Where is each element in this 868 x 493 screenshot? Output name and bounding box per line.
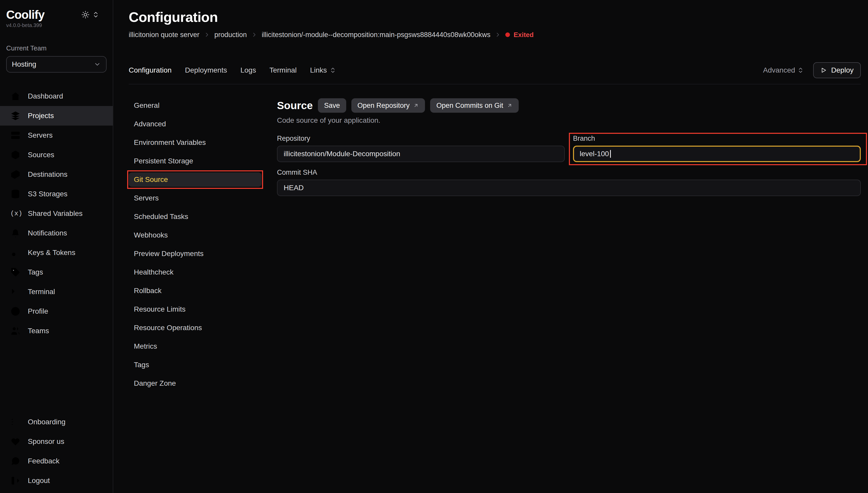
commit-sha-input[interactable] <box>277 179 861 196</box>
tab-configuration[interactable]: Configuration <box>129 66 172 74</box>
advanced-menu[interactable]: Advanced <box>763 66 804 74</box>
git-source-panel: Source Save Open Repository Open Commits… <box>277 98 861 395</box>
sidebar-item-label: Onboarding <box>28 418 65 426</box>
sidebar-footer-nav: Onboarding Sponsor us Feedback Logout <box>0 412 113 490</box>
subnav-item-tags[interactable]: Tags <box>129 358 261 372</box>
subnav-item-servers[interactable]: Servers <box>129 191 261 205</box>
external-link-icon <box>507 103 512 108</box>
subnav-item-general[interactable]: General <box>129 98 261 113</box>
sidebar-item-label: Notifications <box>28 229 67 237</box>
sidebar-item-label: S3 Storages <box>28 190 67 198</box>
sidebar-item-onboarding[interactable]: Onboarding <box>0 412 113 432</box>
sidebar-item-shared-variables[interactable]: (x) Shared Variables <box>0 204 113 223</box>
subnav-item-healthcheck[interactable]: Healthcheck <box>129 265 261 279</box>
sidebar-item-label: Dashboard <box>28 92 63 100</box>
terminal-icon <box>10 287 21 297</box>
chevron-right-icon <box>494 31 501 38</box>
sidebar-item-teams[interactable]: Teams <box>0 321 113 341</box>
open-commits-label: Open Commits on Git <box>436 102 503 110</box>
bell-icon <box>10 228 21 238</box>
branch-input-value: level-100 <box>580 150 609 158</box>
tab-deployments[interactable]: Deployments <box>185 66 227 74</box>
tab-bar: Configuration Deployments Logs Terminal … <box>129 62 861 78</box>
sidebar-item-tags[interactable]: Tags <box>0 262 113 282</box>
variable-icon: (x) <box>10 209 21 219</box>
source-header: Source Save Open Repository Open Commits… <box>277 98 861 113</box>
sidebar: Coolify v4.0.0-beta.399 Current Team Hos… <box>0 0 113 493</box>
database-icon <box>10 189 21 199</box>
branch-input[interactable]: level-100 <box>573 146 861 162</box>
subnav-item-metrics[interactable]: Metrics <box>129 339 261 353</box>
sidebar-item-terminal[interactable]: Terminal <box>0 282 113 302</box>
sidebar-item-keys-tokens[interactable]: Keys & Tokens <box>0 243 113 262</box>
sidebar-item-label: Terminal <box>28 288 55 296</box>
subnav-item-advanced[interactable]: Advanced <box>129 117 261 131</box>
sidebar-item-label: Logout <box>28 476 50 485</box>
subnav-item-environment-variables[interactable]: Environment Variables <box>129 135 261 150</box>
save-button[interactable]: Save <box>318 98 346 113</box>
sidebar-item-notifications[interactable]: Notifications <box>0 223 113 243</box>
breadcrumb-application[interactable]: illicitestonion/-module--decomposition:m… <box>262 30 490 39</box>
deploy-button-label: Deploy <box>831 66 853 74</box>
text-caret <box>610 150 611 158</box>
subnav-item-danger-zone[interactable]: Danger Zone <box>129 376 261 391</box>
subnav-item-preview-deployments[interactable]: Preview Deployments <box>129 246 261 261</box>
checklist-icon <box>10 417 21 427</box>
main-content: Configuration illicitonion quote server … <box>113 0 868 395</box>
tab-logs[interactable]: Logs <box>240 66 256 74</box>
sun-icon[interactable] <box>81 10 90 19</box>
theme-controls <box>81 10 99 19</box>
chevrons-up-down-icon <box>330 67 336 73</box>
open-commits-button[interactable]: Open Commits on Git <box>430 98 519 113</box>
subnav-item-resource-limits[interactable]: Resource Limits <box>129 302 261 317</box>
sidebar-item-sources[interactable]: Sources <box>0 145 113 165</box>
sidebar-item-label: Sponsor us <box>28 437 64 446</box>
status-label: Exited <box>513 30 534 39</box>
subnav-item-persistent-storage[interactable]: Persistent Storage <box>129 154 261 168</box>
container-icon <box>10 169 21 179</box>
source-heading: Source <box>277 100 313 112</box>
sidebar-item-servers[interactable]: Servers <box>0 126 113 145</box>
chevron-right-icon <box>251 31 258 38</box>
users-icon <box>10 326 21 336</box>
team-select[interactable]: Hosting <box>6 56 107 72</box>
subnav-item-resource-operations[interactable]: Resource Operations <box>129 321 261 335</box>
sidebar-item-profile[interactable]: Profile <box>0 302 113 321</box>
chevrons-up-down-icon <box>797 67 804 73</box>
branch-field: Branch level-100 <box>573 134 861 162</box>
sidebar-item-feedback[interactable]: Feedback <box>0 451 113 471</box>
subnav-item-git-source-label: Git Source <box>134 175 168 184</box>
tab-terminal[interactable]: Terminal <box>270 66 297 74</box>
app-version: v4.0.0-beta.399 <box>0 22 113 28</box>
subnav-item-scheduled-tasks[interactable]: Scheduled Tasks <box>129 210 261 224</box>
sidebar-item-dashboard[interactable]: Dashboard <box>0 86 113 106</box>
subnav-item-rollback[interactable]: Rollback <box>129 283 261 298</box>
deploy-button[interactable]: Deploy <box>813 62 861 78</box>
sidebar-item-label: Profile <box>28 307 48 316</box>
sidebar-item-label: Keys & Tokens <box>28 249 76 257</box>
sidebar-item-label: Teams <box>28 327 49 335</box>
sidebar-item-label: Destinations <box>28 170 67 178</box>
open-repository-label: Open Repository <box>358 102 410 110</box>
team-select-value: Hosting <box>12 60 36 68</box>
open-repository-button[interactable]: Open Repository <box>352 98 425 113</box>
subnav-item-git-source[interactable]: Git Source <box>129 172 261 187</box>
tab-links[interactable]: Links <box>310 66 336 74</box>
repository-input[interactable] <box>277 146 565 162</box>
sidebar-item-s3-storages[interactable]: S3 Storages <box>0 184 113 204</box>
sidebar-item-logout[interactable]: Logout <box>0 471 113 490</box>
home-icon <box>10 91 21 101</box>
page-title: Configuration <box>129 9 861 25</box>
breadcrumb: illicitonion quote server production ill… <box>129 30 861 39</box>
chevrons-up-down-icon[interactable] <box>92 11 99 18</box>
sidebar-item-destinations[interactable]: Destinations <box>0 165 113 184</box>
source-form: Repository Branch level-100 Commit SHA <box>277 134 861 196</box>
breadcrumb-project[interactable]: illicitonion quote server <box>129 30 199 39</box>
app-logo[interactable]: Coolify <box>6 8 44 22</box>
sidebar-item-label: Servers <box>28 131 52 140</box>
status-dot-icon <box>505 33 510 37</box>
sidebar-item-sponsor[interactable]: Sponsor us <box>0 432 113 451</box>
breadcrumb-environment[interactable]: production <box>214 30 247 39</box>
subnav-item-webhooks[interactable]: Webhooks <box>129 228 261 242</box>
sidebar-item-projects[interactable]: Projects <box>0 106 113 126</box>
